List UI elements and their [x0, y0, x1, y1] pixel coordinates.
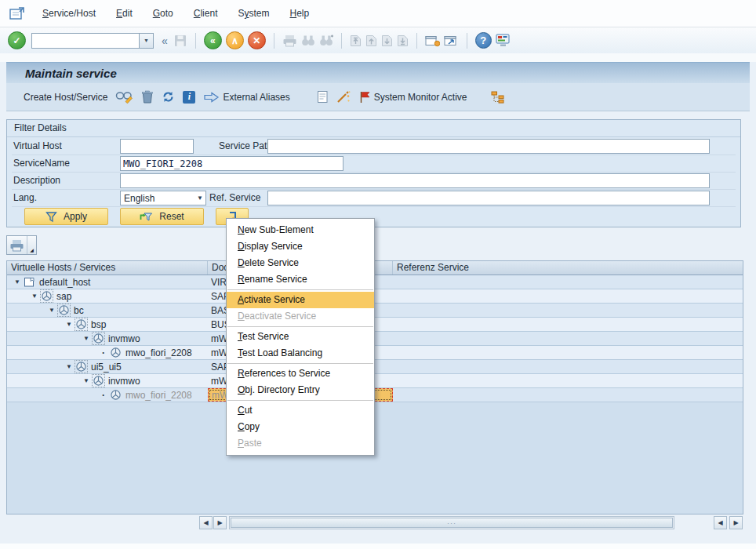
- divider: [12, 155, 736, 155]
- print-icon[interactable]: [282, 35, 297, 47]
- tree-row[interactable]: ▼bspBUSINME: [7, 318, 743, 332]
- external-aliases-button[interactable]: External Aliases: [203, 92, 289, 103]
- ref-service-input[interactable]: [267, 191, 710, 205]
- first-page-icon[interactable]: [350, 35, 362, 47]
- description-input[interactable]: [120, 173, 710, 188]
- frame-gap: [0, 53, 756, 62]
- hierarchy-icon[interactable]: [490, 91, 505, 104]
- menu-activate-service[interactable]: Activate Service: [227, 292, 374, 308]
- up-icon[interactable]: ∧: [226, 31, 244, 49]
- scroll-left-button[interactable]: ◀: [199, 516, 213, 529]
- tree-row[interactable]: ▼bcBASIS: [7, 304, 743, 318]
- menu-client[interactable]: Client: [191, 5, 221, 21]
- page-up-icon[interactable]: [365, 35, 377, 47]
- tree-row[interactable]: ▼sapSAP IT...: [7, 289, 743, 304]
- scroll-left-button-2[interactable]: ◀: [714, 516, 727, 529]
- last-page-icon[interactable]: [397, 35, 409, 47]
- expand-collapse-icon[interactable]: ▼: [81, 377, 92, 384]
- page-down-icon[interactable]: [381, 35, 393, 47]
- toolbar-separator: [416, 33, 417, 49]
- tree-row[interactable]: ▼invmwomWo: [7, 374, 743, 388]
- expand-collapse-icon[interactable]: ▼: [12, 278, 23, 285]
- column-header-hosts-services[interactable]: Virtuelle Hosts / Services: [7, 261, 208, 274]
- scroll-right-button-2[interactable]: ▶: [729, 516, 743, 529]
- scrollbar-track[interactable]: ···: [229, 516, 674, 529]
- tree-node-label: mwo_fiori_2208: [125, 347, 192, 358]
- service-path-input[interactable]: [267, 139, 710, 154]
- sap-window-icon[interactable]: [9, 7, 25, 20]
- mnemonic-underline: H: [290, 8, 297, 19]
- tree-table-header: Virtuelle Hosts / Services Docu Referenz…: [7, 261, 743, 275]
- expand-collapse-icon[interactable]: ▼: [81, 335, 92, 342]
- language-label: Lang.: [13, 192, 117, 203]
- menu-system[interactable]: System: [234, 5, 272, 21]
- expand-collapse-icon[interactable]: ▼: [29, 293, 40, 300]
- find-next-icon[interactable]: [319, 35, 333, 46]
- apply-button[interactable]: Apply: [24, 208, 108, 225]
- tree-row[interactable]: ▼default_hostVIRT: [7, 275, 743, 289]
- column-header-referenz-service[interactable]: Referenz Service: [393, 261, 743, 274]
- tree-node-label: invmwo: [108, 376, 140, 387]
- language-combo[interactable]: English ▼: [120, 191, 206, 205]
- tree-row[interactable]: ·mwo_fiori_2208mWo: [7, 346, 743, 360]
- print-dropdown-icon[interactable]: ◢: [27, 236, 36, 254]
- continue-icon[interactable]: ✓: [8, 31, 26, 49]
- services-tree-table: Virtuelle Hosts / Services Docu Referenz…: [6, 260, 743, 514]
- tree-cell-name: ▼sap: [7, 289, 208, 303]
- expand-collapse-icon[interactable]: ▼: [64, 363, 75, 370]
- save-icon[interactable]: [174, 35, 187, 47]
- expand-collapse-icon[interactable]: ▼: [64, 321, 75, 328]
- delete-icon[interactable]: [141, 90, 154, 104]
- menu-goto[interactable]: Goto: [150, 5, 176, 21]
- horizontal-scrollbar: ◀ ▶ ··· ◀ ▶: [6, 516, 743, 530]
- notes-icon[interactable]: [317, 90, 329, 104]
- print-button[interactable]: ◢: [6, 235, 37, 255]
- menu-test-load-balancing[interactable]: Test Load Balancing: [227, 345, 374, 362]
- expand-collapse-icon[interactable]: ▼: [46, 307, 57, 314]
- command-dropdown-icon[interactable]: ▼: [139, 33, 154, 49]
- customize-layout-icon[interactable]: [496, 34, 511, 47]
- menu-help[interactable]: Help: [287, 5, 313, 21]
- menu-references-to-service[interactable]: References to Service: [227, 365, 374, 382]
- system-monitor-indicator[interactable]: System Monitor Active: [359, 91, 467, 104]
- create-host-service-button[interactable]: Create Host/Service: [24, 92, 107, 103]
- flag-icon: [359, 91, 371, 104]
- wizard-icon[interactable]: [336, 90, 351, 104]
- scroll-right-button[interactable]: ▶: [213, 516, 227, 529]
- collapse-icon[interactable]: «: [162, 35, 168, 47]
- info-icon[interactable]: i: [183, 91, 195, 104]
- menu-copy[interactable]: Copy: [227, 419, 374, 435]
- tree-row[interactable]: ▼invmwomWo: [7, 332, 743, 346]
- toolbar-separator: [341, 33, 342, 49]
- scrollbar-thumb[interactable]: ···: [231, 518, 673, 528]
- menu-obj-directory-entry[interactable]: Obj. Directory Entry: [227, 382, 374, 398]
- service-name-input[interactable]: [120, 156, 343, 171]
- menu-bar-items: Service/HostEditGotoClientSystemHelp: [39, 5, 326, 21]
- menu-deactivate-service: Deactivate Service: [227, 308, 374, 325]
- tree-cell-name: ▼ui5_ui5: [7, 360, 208, 373]
- reset-button[interactable]: Reset: [120, 208, 204, 225]
- exit-icon[interactable]: ✕: [248, 31, 266, 49]
- refresh-icon[interactable]: [162, 90, 175, 104]
- service-icon: [93, 333, 104, 344]
- service-icon: [75, 318, 87, 330]
- back-icon[interactable]: «: [204, 31, 222, 49]
- virtual-host-input[interactable]: [120, 139, 194, 154]
- new-session-icon[interactable]: [425, 35, 440, 47]
- command-field[interactable]: [31, 33, 139, 49]
- help-icon[interactable]: ?: [475, 32, 492, 49]
- menu-display-service[interactable]: Display Service: [227, 238, 374, 255]
- menu-test-service[interactable]: Test Service: [227, 329, 374, 345]
- tree-row[interactable]: ·mwo_fiori_2208mWo: [7, 388, 743, 402]
- create-shortcut-icon[interactable]: [444, 35, 459, 47]
- menu-new-sub-element[interactable]: New Sub-Element: [227, 222, 374, 238]
- menu-cut[interactable]: Cut: [227, 402, 374, 419]
- find-icon[interactable]: [301, 35, 315, 46]
- menu-rename-service[interactable]: Rename Service: [227, 271, 374, 288]
- menu-service-host[interactable]: Service/Host: [39, 5, 99, 21]
- menu-delete-service[interactable]: Delete Service: [227, 255, 374, 271]
- apply-label: Apply: [64, 211, 87, 222]
- tree-row[interactable]: ▼ui5_ui5SAPUlic...: [7, 360, 743, 374]
- display-change-icon[interactable]: [115, 90, 133, 104]
- menu-edit[interactable]: Edit: [113, 5, 136, 21]
